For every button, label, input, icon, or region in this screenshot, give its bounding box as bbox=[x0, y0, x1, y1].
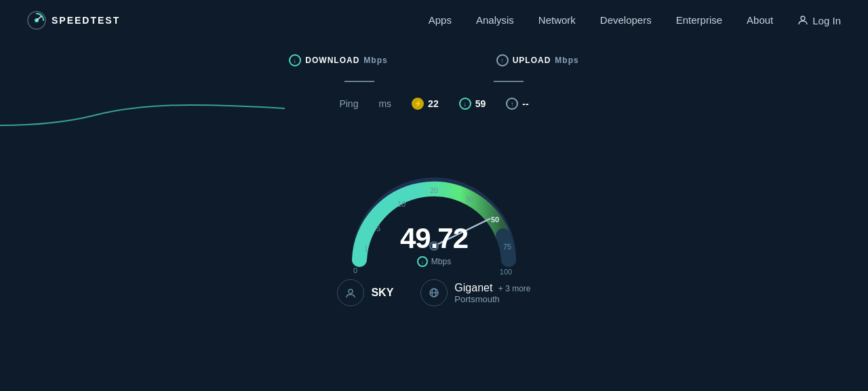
download-arrow-icon: ↓ bbox=[289, 54, 301, 66]
speed-unit-icon: ↓ bbox=[417, 256, 428, 267]
main-content: ↓ DOWNLOAD Mbps ↑ UPLOAD Mbps —— —— Ping… bbox=[0, 41, 868, 306]
jitter-value: 22 bbox=[428, 98, 439, 109]
download-unit: Mbps bbox=[363, 56, 387, 65]
speed-unit-row: ↓ Mbps bbox=[400, 256, 468, 267]
svg-text:1: 1 bbox=[364, 245, 368, 253]
upload-unit: Mbps bbox=[555, 56, 578, 65]
upload-label: UPLOAD bbox=[513, 56, 551, 65]
speed-unit-label: Mbps bbox=[431, 257, 451, 266]
jitter-stat: ⚡ 22 bbox=[412, 98, 439, 110]
download-ping-value: 59 bbox=[475, 98, 486, 109]
upload-ping-stat: ↑ -- bbox=[506, 98, 528, 110]
upload-value: —— bbox=[488, 72, 529, 89]
speed-labels: ↓ DOWNLOAD Mbps ↑ UPLOAD Mbps bbox=[289, 54, 578, 66]
upload-arrow-icon: ↑ bbox=[496, 54, 509, 66]
svg-text:75: 75 bbox=[503, 243, 511, 251]
gauge-svg: 0 1 5 10 20 30 50 75 100 bbox=[339, 121, 529, 297]
ping-label: Ping bbox=[339, 98, 358, 109]
ping-row: Ping ms ⚡ 22 ↓ 59 ↑ -- bbox=[339, 98, 528, 110]
nav-developers[interactable]: Developers bbox=[600, 14, 652, 26]
nav-network[interactable]: Network bbox=[538, 14, 576, 26]
svg-text:20: 20 bbox=[430, 186, 438, 194]
upload-label-group: ↑ UPLOAD Mbps bbox=[496, 54, 579, 66]
user-icon bbox=[797, 15, 808, 26]
svg-line-2 bbox=[37, 16, 41, 20]
svg-text:100: 100 bbox=[500, 268, 512, 276]
download-label-group: ↓ DOWNLOAD Mbps bbox=[289, 54, 387, 66]
nav-about[interactable]: About bbox=[747, 14, 773, 26]
nav-apps[interactable]: Apps bbox=[429, 14, 452, 26]
nav-enterprise[interactable]: Enterprise bbox=[676, 14, 722, 26]
upload-ping-value: -- bbox=[522, 98, 528, 109]
login-button[interactable]: Log In bbox=[797, 15, 841, 26]
logo-icon bbox=[27, 11, 46, 30]
svg-text:5: 5 bbox=[376, 224, 380, 232]
nav-analysis[interactable]: Analysis bbox=[476, 14, 514, 26]
download-label: DOWNLOAD bbox=[305, 56, 359, 65]
navigation: SPEEDTEST Apps Analysis Network Develope… bbox=[0, 0, 868, 41]
speed-value: 49.72 bbox=[400, 222, 468, 255]
login-label: Log In bbox=[812, 15, 841, 26]
download-value: —— bbox=[339, 72, 380, 89]
logo-text: SPEEDTEST bbox=[52, 15, 120, 26]
download-ping-icon: ↓ bbox=[459, 98, 471, 110]
logo: SPEEDTEST bbox=[27, 11, 120, 30]
ping-unit: ms bbox=[378, 98, 391, 109]
svg-text:50: 50 bbox=[491, 215, 499, 224]
speed-values: —— —— bbox=[339, 72, 529, 89]
jitter-icon: ⚡ bbox=[412, 98, 424, 110]
svg-text:0: 0 bbox=[353, 266, 357, 274]
svg-text:30: 30 bbox=[465, 195, 473, 203]
download-ping-stat: ↓ 59 bbox=[459, 98, 486, 110]
speed-display: 49.72 ↓ Mbps bbox=[400, 222, 468, 267]
upload-ping-icon: ↑ bbox=[506, 98, 518, 110]
svg-point-3 bbox=[801, 16, 805, 20]
svg-text:10: 10 bbox=[397, 200, 406, 208]
